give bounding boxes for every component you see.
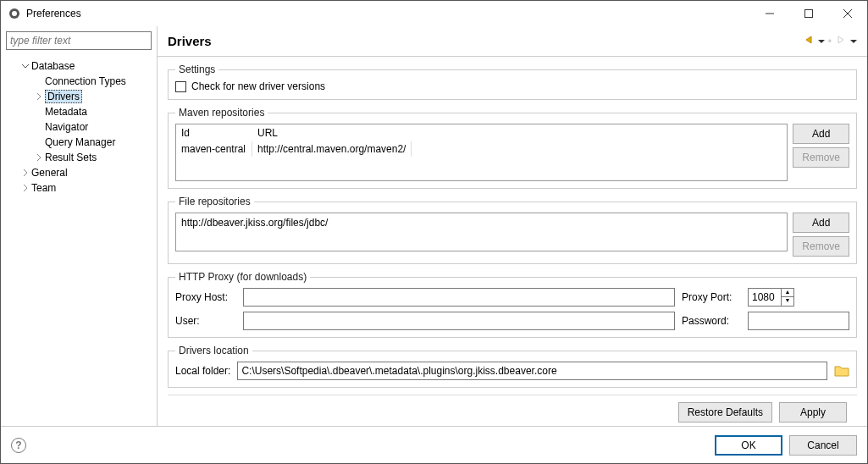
local-folder-input[interactable] — [237, 362, 827, 380]
tree-item-general[interactable]: General — [4, 165, 157, 180]
close-button[interactable] — [828, 1, 867, 26]
proxy-password-input[interactable] — [748, 312, 849, 330]
files-remove-button[interactable]: Remove — [793, 236, 849, 257]
ok-button[interactable]: OK — [715, 435, 782, 456]
proxy-user-input[interactable] — [243, 312, 675, 330]
browse-folder-button[interactable] — [834, 364, 849, 378]
proxy-password-label: Password: — [682, 315, 741, 327]
local-folder-label: Local folder: — [175, 365, 230, 377]
cancel-button[interactable]: Cancel — [789, 435, 857, 456]
nav-forward-icon[interactable] — [835, 34, 847, 48]
preferences-window: Preferences Database Connection Types — [0, 0, 868, 464]
chevron-right-icon[interactable] — [19, 168, 31, 177]
proxy-port-input[interactable] — [748, 288, 782, 307]
proxy-host-input[interactable] — [243, 288, 675, 307]
table-row[interactable]: maven-central http://central.maven.org/m… — [176, 141, 787, 157]
minimize-button[interactable] — [750, 1, 789, 26]
page-title: Drivers — [168, 34, 803, 48]
nav-back-menu-icon[interactable] — [818, 36, 825, 47]
list-item[interactable]: http://dbeaver.jkiss.org/files/jdbc/ — [181, 217, 782, 229]
nav-back-icon[interactable] — [803, 34, 815, 48]
files-add-button[interactable]: Add — [793, 213, 849, 233]
port-down-button[interactable]: ▼ — [782, 297, 793, 306]
tree-item-query-manager[interactable]: Query Manager — [4, 135, 157, 150]
tree-item-database[interactable]: Database — [4, 58, 157, 74]
svg-point-1 — [12, 11, 17, 16]
proxy-host-label: Proxy Host: — [175, 291, 236, 303]
maven-group: Maven repositories Id URL maven-central … — [168, 107, 857, 189]
titlebar[interactable]: Preferences — [1, 1, 867, 26]
maven-col-url: URL — [252, 124, 283, 141]
maven-table[interactable]: Id URL maven-central http://central.mave… — [175, 124, 788, 181]
filter-input[interactable] — [6, 31, 152, 50]
files-group: File repositories http://dbeaver.jkiss.o… — [168, 196, 857, 264]
maven-col-id: Id — [176, 124, 252, 141]
settings-group: Settings Check for new driver versions — [168, 64, 857, 100]
tree-item-drivers[interactable]: Drivers — [4, 89, 157, 104]
nav-forward-menu-icon[interactable] — [850, 36, 857, 47]
maven-add-button[interactable]: Add — [793, 124, 849, 144]
tree-item-team[interactable]: Team — [4, 180, 157, 196]
port-up-button[interactable]: ▲ — [782, 289, 793, 297]
help-button[interactable]: ? — [11, 438, 26, 453]
tree-item-result-sets[interactable]: Result Sets — [4, 150, 157, 165]
proxy-group: HTTP Proxy (for downloads) Proxy Host: P… — [168, 271, 857, 338]
proxy-user-label: User: — [175, 315, 236, 327]
check-new-versions-checkbox[interactable] — [175, 81, 186, 92]
maven-remove-button[interactable]: Remove — [793, 147, 849, 168]
apply-button[interactable]: Apply — [779, 402, 847, 423]
app-icon — [8, 7, 21, 20]
maximize-button[interactable] — [789, 1, 828, 26]
file-repos-list[interactable]: http://dbeaver.jkiss.org/files/jdbc/ — [175, 213, 788, 251]
sidebar: Database Connection Types Drivers Metada… — [1, 26, 158, 426]
location-group: Drivers location Local folder: — [168, 345, 857, 388]
chevron-right-icon[interactable] — [19, 184, 31, 192]
main-panel: Drivers • Settings Check for new driver … — [158, 26, 867, 426]
check-new-versions-label: Check for new driver versions — [191, 80, 325, 92]
chevron-right-icon[interactable] — [33, 153, 45, 162]
tree-item-navigator[interactable]: Navigator — [4, 119, 157, 135]
restore-defaults-button[interactable]: Restore Defaults — [678, 402, 772, 423]
tree-item-connection-types[interactable]: Connection Types — [4, 74, 157, 89]
tree-item-metadata[interactable]: Metadata — [4, 104, 157, 119]
chevron-down-icon[interactable] — [19, 62, 31, 70]
svg-rect-3 — [805, 10, 813, 18]
window-title: Preferences — [26, 8, 750, 19]
preferences-tree: Database Connection Types Drivers Metada… — [1, 55, 157, 199]
proxy-port-label: Proxy Port: — [682, 291, 741, 303]
footer: ? OK Cancel — [1, 426, 867, 463]
chevron-right-icon[interactable] — [33, 92, 45, 101]
